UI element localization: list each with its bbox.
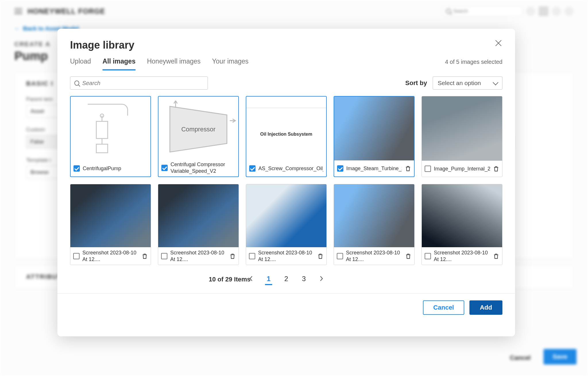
delete-button[interactable] [493,253,499,260]
delete-button[interactable] [405,253,411,260]
image-thumbnail [71,97,150,160]
tab-your-images[interactable]: Your images [212,57,249,70]
image-name: Image_Pump_Internal_2024_01_31_j... [434,166,490,172]
select-checkbox[interactable] [337,165,343,172]
image-thumbnail [334,184,414,247]
add-label: Add [480,304,492,311]
trash-icon [317,253,324,260]
select-checkbox[interactable] [74,165,80,172]
select-checkbox[interactable] [73,253,80,259]
svg-text:Compressor: Compressor [181,126,216,133]
page-3[interactable]: 3 [300,274,307,285]
image-card[interactable]: Oil Injection SubsystemAS_Screw_Compress… [246,96,327,177]
sortby-label: Sort by [405,79,427,87]
image-name: Screenshot 2023-08-10 At 12.... [346,250,402,262]
image-card[interactable]: CentrifugalPump [70,96,151,177]
tab-upload[interactable]: Upload [70,57,91,70]
modal-overlay: Image library UploadAll imagesHoneywell … [0,0,588,376]
select-checkbox[interactable] [249,165,256,172]
library-search-input[interactable] [82,80,204,87]
select-checkbox[interactable] [337,253,343,259]
image-name: Screenshot 2023-08-10 At 12.... [82,250,139,262]
image-name: Screenshot 2023-08-10 At 12.... [434,250,490,262]
image-name: Image_Steam_Turbine_2024_01_31.Jp... [346,165,402,172]
delete-button[interactable] [493,165,499,172]
image-thumbnail [422,184,502,247]
image-card[interactable]: CompressorCentrifugal Compressor Variabl… [158,96,239,177]
image-card[interactable]: Screenshot 2023-08-10 At 12.... [70,184,151,265]
image-thumbnail: Compressor [158,97,238,159]
svg-rect-1 [96,144,108,153]
modal-tabs: UploadAll imagesHoneywell imagesYour ima… [57,51,515,71]
image-card[interactable]: Screenshot 2023-08-10 At 12.... [334,184,415,265]
trash-icon [493,165,499,172]
library-search[interactable] [70,76,208,90]
image-thumbnail [334,97,414,160]
cancel-button[interactable]: Cancel [423,300,464,315]
close-icon[interactable] [494,39,502,47]
items-count: 10 of 29 Items [209,276,251,283]
trash-icon [405,165,411,172]
trash-icon [142,253,148,260]
image-card[interactable]: Screenshot 2023-08-10 At 12.... [421,184,502,265]
page-2[interactable]: 2 [283,274,290,285]
delete-button[interactable] [405,165,411,172]
select-checkbox[interactable] [425,166,431,172]
image-name: Screenshot 2023-08-10 At 12.... [258,250,314,262]
sortby-dropdown[interactable]: Select an option [433,76,502,90]
selection-count: 4 of 5 images selected [445,59,502,70]
page-1[interactable]: 1 [265,274,272,285]
image-name: Screenshot 2023-08-10 At 12.... [170,250,227,262]
search-icon [74,80,79,86]
image-card[interactable]: Screenshot 2023-08-10 At 12.... [246,184,327,265]
page-next[interactable] [318,275,325,284]
add-button[interactable]: Add [469,300,502,315]
image-card[interactable]: Image_Pump_Internal_2024_01_31_j... [421,96,502,177]
image-name: CentrifugalPump [83,165,121,172]
image-thumbnail [158,184,239,247]
delete-button[interactable] [229,253,236,260]
trash-icon [493,253,499,260]
trash-icon [229,253,236,260]
select-checkbox[interactable] [425,253,431,259]
image-name: AS_Screw_Compressor_Oil_Injected_Variabl… [258,165,323,172]
select-checkbox[interactable] [249,253,255,259]
modal-title: Image library [70,39,134,51]
image-thumbnail [70,184,151,247]
select-checkbox[interactable] [161,253,167,259]
delete-button[interactable] [317,253,324,260]
image-card[interactable]: Screenshot 2023-08-10 At 12.... [158,184,239,265]
tab-honeywell-images[interactable]: Honeywell images [147,57,201,70]
sortby-value: Select an option [438,80,481,87]
image-card[interactable]: Image_Steam_Turbine_2024_01_31.Jp... [334,96,415,177]
select-checkbox[interactable] [161,165,168,171]
cancel-label: Cancel [433,304,454,311]
svg-rect-0 [96,121,108,139]
image-name: Centrifugal Compressor Variable_Speed_V2 [171,161,235,174]
trash-icon [405,253,411,260]
chevron-right-icon [319,275,324,282]
image-thumbnail [246,184,326,247]
tab-all-images[interactable]: All images [102,57,136,70]
image-thumbnail [422,96,502,161]
image-library-modal: Image library UploadAll imagesHoneywell … [57,29,515,336]
image-grid: CentrifugalPumpCompressorCentrifugal Com… [57,90,515,265]
chevron-down-icon [493,80,498,85]
pagination: 10 of 29 Items 123 [57,265,515,285]
delete-button[interactable] [142,253,148,260]
image-thumbnail: Oil Injection Subsystem [246,97,326,160]
